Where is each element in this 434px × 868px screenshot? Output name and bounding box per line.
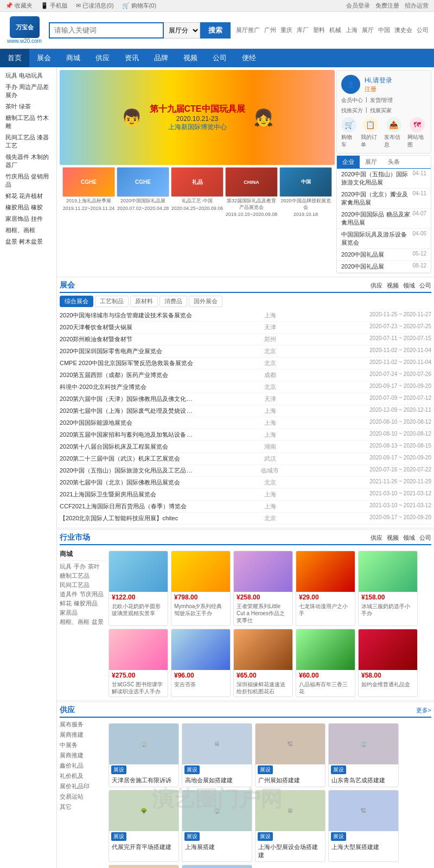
account-center-link[interactable]: 会员中心	[341, 97, 363, 104]
login-link[interactable]: Hi,请登录	[365, 76, 392, 85]
news-side-link-0[interactable]: 2020中国（五指山）国际旅游文化用品展	[341, 170, 412, 187]
expo-row-15[interactable]: 2021上海国际卫生暨厨房用品展览会 上海 2021-03-10 ~ 2021-…	[60, 489, 431, 501]
supply-item-5[interactable]: 🏢 展设 上海展搭建	[182, 790, 252, 862]
expo-link-video[interactable]: 视频	[387, 282, 399, 290]
expo-row-0[interactable]: 2020中国海绵城市与综合管廊建设技术装备展览会 上海 2020-11-25 ~…	[60, 310, 431, 322]
supply-item-0[interactable]: 🏢 展设 天津居舍施工有限诉诉	[108, 723, 179, 787]
cat-festival[interactable]: 节庆用品	[80, 590, 104, 598]
supply-cat-7[interactable]: 交易运站	[60, 793, 106, 801]
icon-cart[interactable]: 🛒 购物车	[341, 117, 356, 149]
cat-home[interactable]: 家居品	[60, 609, 78, 617]
news-tab-expo[interactable]: 展厅	[360, 156, 382, 168]
topbar-mobile[interactable]: 📱 手机版	[41, 2, 68, 10]
supply-cat-2[interactable]: 中展务	[60, 741, 106, 749]
product-5[interactable]: ¥275.00 甘斌GSC 图书馆课学解读职业选手人手办	[108, 629, 168, 697]
supply-cat-3[interactable]: 展商推建	[60, 751, 106, 760]
icon-publish[interactable]: 📤 发布信息	[384, 117, 403, 149]
search-input[interactable]	[49, 22, 164, 39]
expo-row-7[interactable]: 2020第六届中国（天津）国际佛教用品及佛文化展览会 天津 2020-07-09…	[60, 393, 431, 405]
cat-props[interactable]: 道具件	[60, 590, 78, 598]
expo-link-supply[interactable]: 供应	[371, 282, 382, 290]
expo-link-domain[interactable]: 领域	[403, 282, 415, 290]
sidebar-frames[interactable]: 相框、画框	[0, 225, 56, 236]
header-link-chongqing[interactable]: 重庆	[280, 26, 292, 34]
expo-row-8[interactable]: 2020第七届中国（上海）国际废气处理及焚烧设备展览会 上海 2020-12-0…	[60, 405, 431, 417]
sidebar-rubber[interactable]: 橡胶用品 橡胶	[0, 202, 56, 213]
supply-item-4[interactable]: 🌳 展设 代展完开育平场搭建建	[108, 790, 179, 862]
nav-expo[interactable]: 展会	[29, 49, 59, 67]
supply-item-1[interactable]: 🏛 展设 高地会展如搭建建	[182, 723, 252, 787]
nav-brand[interactable]: 品牌	[146, 49, 176, 67]
nav-news[interactable]: 资讯	[117, 49, 146, 67]
product-0[interactable]: ¥122.00 北欧小花奶奶半圆形玻璃景观精实景享	[108, 551, 168, 626]
sidebar-folk[interactable]: 民间工艺品 漆器工艺	[0, 132, 56, 151]
product-4[interactable]: ¥158.00 冰城三服奶奶选手小手办	[358, 551, 418, 626]
supply-cat-8[interactable]: 其它	[60, 803, 106, 811]
expo-row-17[interactable]: 【2020北京国际人工智能科技应用展】chitec 北京 2020-09-17 …	[60, 513, 431, 525]
expo-row-14[interactable]: 2020第七届中国（北京）国际佛教用品展览会 北京 2021-11-26 ~ 2…	[60, 477, 431, 489]
product-6[interactable]: ¥96.00 安吉否茶	[171, 629, 231, 697]
sidebar-bonsai[interactable]: 盆景 树木盆景	[0, 236, 56, 247]
news-side-item-1[interactable]: 2020中国（北京）瓣业及家禽用品展 04-11	[337, 189, 431, 209]
expo-thumb-3[interactable]: CHINA 第32届国际礼品及教育产品展览会 2019.10.15~2020.0…	[225, 167, 278, 218]
supply-more[interactable]: 更多>	[416, 706, 431, 714]
product-8[interactable]: ¥60.00 八品福寿百年三香三花	[296, 629, 355, 697]
topbar-member-login[interactable]: 会员登录	[346, 2, 370, 10]
supply-cat-4[interactable]: 鑫价礼品	[60, 762, 106, 770]
supply-item-2[interactable]: 🏗 展设 广州展如搭建建	[255, 723, 326, 787]
topbar-register[interactable]: 免费注册	[375, 2, 399, 10]
icon-order[interactable]: 📋 我的订单	[361, 117, 380, 149]
expo-row-13[interactable]: 2020中国（五指山）国际旅游文化用品及工艺品展览会 临城市 2020-07-1…	[60, 465, 431, 477]
expo-row-4[interactable]: CMPE 2020中国北京国际军警反恐急救装备展览会 北京 2020-11-02…	[60, 358, 431, 369]
product-2[interactable]: ¥258.00 王者荣耀系列Little Cut a Heroes作品之奖季仕	[233, 551, 293, 626]
supply-item-6[interactable]: 🏛 展设 上海小型展设会场搭建建	[255, 790, 326, 862]
expo-tab-0[interactable]: 综合展会	[60, 296, 93, 307]
expo-row-1[interactable]: 2020天津餐饮食材暨火锅展 天津 2020-07-23 ~ 2020-07-2…	[60, 322, 431, 334]
main-banner[interactable]: 👦 第十九届CTE中国玩具展 2020.10.21-23 上海新国际博览中心 👧	[60, 70, 335, 165]
sidebar-tea[interactable]: 茶叶 绿茶	[0, 101, 56, 112]
news-side-link-4[interactable]: 2020中国礼品展	[341, 251, 384, 259]
sidebar-crafts[interactable]: 糖制工艺品 竹木雕	[0, 112, 56, 132]
product-3[interactable]: ¥29.00 七龙珠动漫用户之小手	[296, 551, 355, 626]
sidebar-decor[interactable]: 家居饰品 挂件	[0, 213, 56, 225]
news-tab-headline[interactable]: 头条	[382, 156, 405, 168]
supply-item-8[interactable]: 🌄 展设 上海户外展搭建建	[108, 865, 179, 868]
header-link-jixie[interactable]: 机械	[329, 26, 341, 34]
expo-row-3[interactable]: 2020中国深圳国际零售电商产业展览会 北京 2020-11-02 ~ 2020…	[60, 346, 431, 358]
sidebar-bamboo[interactable]: 竹庆用品 促销用品	[0, 171, 56, 190]
expo-row-5[interactable]: 2020第五届西部（成都）医药产业博览会 成都 2020-07-24 ~ 202…	[60, 369, 431, 381]
nav-supply[interactable]: 供应	[88, 49, 117, 67]
header-link-zhongguo[interactable]: 中国	[378, 26, 390, 34]
industry-link-supply[interactable]: 供应	[371, 534, 382, 542]
expo-tab-3[interactable]: 消费品	[159, 296, 187, 307]
product-9[interactable]: ¥58.00 如约金维普通礼品盒	[358, 629, 418, 697]
expo-thumb-1[interactable]: CGHE 2020中国国际礼品展 2020.07.02~2020.04.28	[117, 167, 169, 218]
header-link-suliao[interactable]: 塑料	[313, 26, 325, 34]
header-link-aoshi[interactable]: 澳史会	[394, 26, 412, 34]
news-side-item-3[interactable]: 中国国际玩具及游乐设备展览会 04-05	[337, 229, 431, 249]
expo-row-9[interactable]: 2020中国国际能源地展览会 上海 2020-08-10 ~ 2020-08-1…	[60, 417, 431, 429]
header-link-guangzhan[interactable]: 展厅推广	[236, 26, 260, 34]
expo-row-11[interactable]: 2020第十八届台国际机床及工程装展览会 湖南 2020-08-13 ~ 202…	[60, 441, 431, 453]
header-link-kuchang[interactable]: 库厂	[297, 26, 309, 34]
news-side-link-1[interactable]: 2020中国（北京）瓣业及家禽用品展	[341, 190, 412, 207]
nav-shop[interactable]: 商城	[59, 49, 88, 67]
supply-cat-6[interactable]: 展价礼品印	[60, 782, 106, 790]
sidebar-toys[interactable]: 玩具 电动玩具	[0, 70, 56, 81]
expo-row-10[interactable]: 2020第五届中国家招和与蓄列电池及加氢站设备展览会 上海 2020-08-10…	[60, 429, 431, 441]
header-link-zhantingrui[interactable]: 展厅	[362, 26, 374, 34]
expo-row-12[interactable]: 2020第二十三届中国（武汉）机床工艺展览会 武汉 2020-09-17 ~ 2…	[60, 453, 431, 465]
header-link-guangzhou[interactable]: 广州	[264, 26, 276, 34]
news-side-item-0[interactable]: 2020中国（五指山）国际旅游文化用品展 04-11	[337, 169, 431, 189]
topbar-favorites[interactable]: 📌 收藏夹	[5, 2, 33, 10]
expo-tab-1[interactable]: 工艺制品	[95, 296, 129, 307]
supply-cat-5[interactable]: 礼价机及	[60, 772, 106, 780]
product-7[interactable]: ¥65.00 深圳福缘鲜花速速送给折扣机图花石	[233, 629, 293, 697]
industry-link-video[interactable]: 视频	[387, 534, 399, 542]
expo-row-6[interactable]: 科境中·2020北京科技产业博览会 北京 2020-09-17 ~ 2020-0…	[60, 381, 431, 393]
icon-map[interactable]: 🗺 网站地图	[407, 117, 426, 149]
expo-tab-4[interactable]: 国外展会	[189, 296, 222, 307]
cat-frames2[interactable]: 相框、画框	[60, 618, 90, 626]
cat-figures[interactable]: 手办	[74, 563, 86, 571]
search-button[interactable]: 搜索	[200, 22, 231, 39]
